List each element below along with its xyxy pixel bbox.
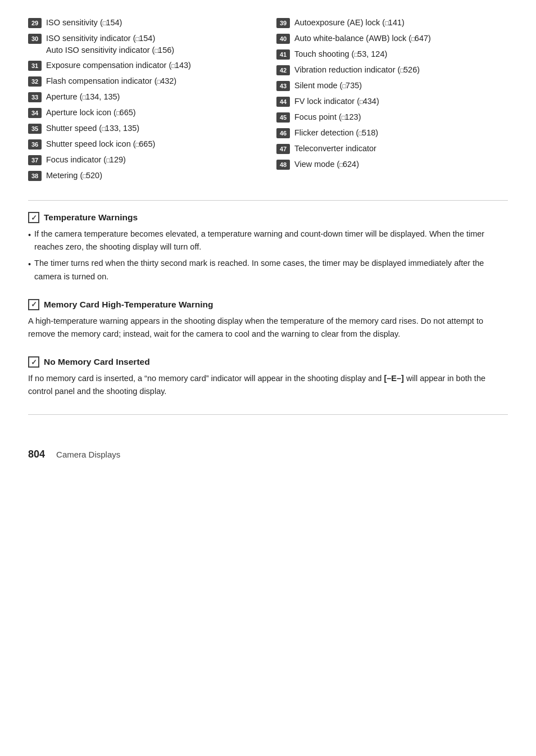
list-item: 47Teleconverter indicator	[276, 143, 508, 155]
item-description: Shutter speed lock icon (□665)	[46, 138, 260, 150]
page-number: 804	[28, 449, 45, 460]
item-description: Focus indicator (□129)	[46, 154, 260, 166]
item-description: Aperture lock icon (□665)	[46, 107, 260, 119]
item-number: 45	[276, 112, 290, 123]
page-label: Camera Displays	[56, 450, 120, 459]
item-description: Shutter speed (□133, 135)	[46, 123, 260, 134]
item-description: Exposure compensation indicator (□143)	[46, 60, 260, 71]
item-description: Metering (□520)	[46, 170, 260, 182]
note-bullet-item: •The timer turns red when the thirty sec…	[28, 257, 508, 283]
note-bullet-list: •If the camera temperature becomes eleva…	[28, 228, 508, 283]
left-column: 29ISO sensitivity (□154)30ISO sensitivit…	[28, 17, 260, 183]
items-grid: 29ISO sensitivity (□154)30ISO sensitivit…	[28, 17, 508, 183]
item-number: 47	[276, 144, 290, 154]
item-description: Flash compensation indicator (□432)	[46, 75, 260, 87]
item-description: ISO sensitivity indicator (□154)Auto ISO…	[46, 33, 260, 56]
list-item: 42Vibration reduction indicator (□526)	[276, 64, 508, 76]
note-checkmark-icon: ✓	[28, 212, 39, 223]
note-title-row: ✓Memory Card High-Temperature Warning	[28, 299, 508, 310]
note-title-text: Temperature Warnings	[44, 212, 138, 223]
list-item: 41Touch shooting (□53, 124)	[276, 48, 508, 61]
list-item: 37Focus indicator (□129)	[28, 154, 260, 166]
item-number: 38	[28, 171, 42, 181]
item-description: Auto white-balance (AWB) lock (□647)	[294, 33, 508, 44]
list-item: 46Flicker detection (□518)	[276, 127, 508, 139]
list-item: 44FV lock indicator (□434)	[276, 96, 508, 108]
item-number: 30	[28, 34, 42, 44]
list-item: 35Shutter speed (□133, 135)	[28, 123, 260, 135]
item-description: Focus point (□123)	[294, 111, 508, 123]
note-section-no-memory-card: ✓No Memory Card InsertedIf no memory car…	[28, 356, 508, 398]
note-title-text: No Memory Card Inserted	[44, 357, 150, 367]
note-title-row: ✓No Memory Card Inserted	[28, 356, 508, 368]
item-number: 32	[28, 76, 42, 87]
list-item: 40Auto white-balance (AWB) lock (□647)	[276, 33, 508, 45]
item-description: Vibration reduction indicator (□526)	[294, 64, 508, 76]
note-checkmark-icon: ✓	[28, 356, 39, 368]
list-item: 29ISO sensitivity (□154)	[28, 17, 260, 29]
list-item: 33Aperture (□134, 135)	[28, 91, 260, 103]
item-number: 36	[28, 139, 42, 150]
item-number: 42	[276, 65, 290, 75]
note-checkmark-icon: ✓	[28, 299, 39, 310]
item-description: Touch shooting (□53, 124)	[294, 48, 508, 60]
item-number: 48	[276, 160, 290, 170]
note-body-text: If no memory card is inserted, a “no mem…	[28, 372, 508, 398]
item-number: 41	[276, 49, 290, 60]
item-description: FV lock indicator (□434)	[294, 96, 508, 107]
item-description: ISO sensitivity (□154)	[46, 17, 260, 29]
item-description: Teleconverter indicator	[294, 143, 508, 155]
note-body-text: A high-temperature warning appears in th…	[28, 315, 508, 341]
item-number: 33	[28, 92, 42, 102]
right-column: 39Autoexposure (AE) lock (□141)40Auto wh…	[276, 17, 508, 183]
page-footer: 804 Camera Displays	[28, 449, 508, 460]
bullet-text: If the camera temperature becomes elevat…	[34, 228, 508, 253]
item-description: View mode (□624)	[294, 159, 508, 170]
list-item: 45Focus point (□123)	[276, 111, 508, 124]
item-number: 43	[276, 81, 290, 91]
item-number: 46	[276, 128, 290, 138]
item-number: 31	[28, 61, 42, 71]
list-item: 32Flash compensation indicator (□432)	[28, 75, 260, 88]
item-description: Aperture (□134, 135)	[46, 91, 260, 103]
top-divider	[28, 200, 508, 201]
item-description: Flicker detection (□518)	[294, 127, 508, 139]
notes-container: ✓Temperature Warnings•If the camera temp…	[28, 212, 508, 399]
note-section-temperature-warnings: ✓Temperature Warnings•If the camera temp…	[28, 212, 508, 283]
list-item: 39Autoexposure (AE) lock (□141)	[276, 17, 508, 29]
note-title-row: ✓Temperature Warnings	[28, 212, 508, 223]
list-item: 36Shutter speed lock icon (□665)	[28, 138, 260, 151]
note-title-text: Memory Card High-Temperature Warning	[44, 300, 213, 310]
note-section-memory-card-high-temp: ✓Memory Card High-Temperature WarningA h…	[28, 299, 508, 341]
item-number: 37	[28, 155, 42, 165]
content-area: 29ISO sensitivity (□154)30ISO sensitivit…	[28, 17, 508, 460]
note-bullet-item: •If the camera temperature becomes eleva…	[28, 228, 508, 253]
bullet-text: The timer turns red when the thirty seco…	[34, 257, 508, 283]
list-item: 48View mode (□624)	[276, 159, 508, 171]
item-number: 29	[28, 18, 42, 28]
item-number: 39	[276, 18, 290, 28]
item-number: 35	[28, 124, 42, 134]
item-number: 44	[276, 97, 290, 107]
bottom-divider	[28, 414, 508, 415]
item-description: Autoexposure (AE) lock (□141)	[294, 17, 508, 29]
item-description: Silent mode (□735)	[294, 80, 508, 92]
item-number: 34	[28, 108, 42, 118]
bullet-dot-icon: •	[28, 258, 31, 271]
bullet-dot-icon: •	[28, 229, 31, 242]
list-item: 30ISO sensitivity indicator (□154)Auto I…	[28, 33, 260, 56]
list-item: 31Exposure compensation indicator (□143)	[28, 60, 260, 72]
list-item: 34Aperture lock icon (□665)	[28, 107, 260, 119]
list-item: 38Metering (□520)	[28, 170, 260, 182]
item-number: 40	[276, 34, 290, 44]
list-item: 43Silent mode (□735)	[276, 80, 508, 92]
